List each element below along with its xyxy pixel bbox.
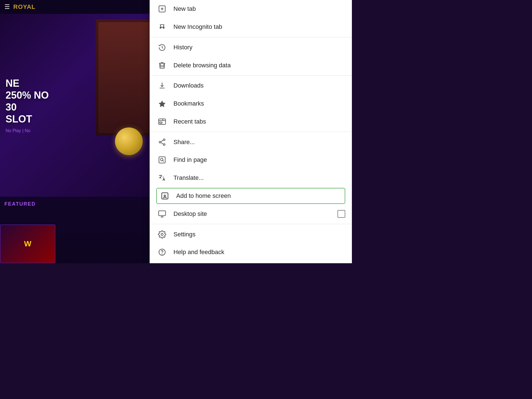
new-tab-icon <box>156 3 168 15</box>
bookmarks-label: Bookmarks <box>173 100 204 107</box>
menu-item-incognito[interactable]: New Incognito tab <box>150 18 352 36</box>
banner-title-4: SLOT <box>6 113 49 125</box>
svg-point-24 <box>160 158 163 161</box>
svg-point-3 <box>160 24 164 27</box>
recent-tabs-label: Recent tabs <box>173 118 206 125</box>
downloads-label: Downloads <box>173 82 204 89</box>
menu-item-history[interactable]: History <box>150 39 352 57</box>
svg-line-11 <box>164 64 164 68</box>
svg-point-20 <box>163 144 165 145</box>
help-label: Help and feedback <box>173 249 224 256</box>
website-background: ☰ ROYAL NE 250% NO 30 SLOT No Play | No … <box>0 0 151 263</box>
game-thumb-inner: W <box>1 225 55 263</box>
banner-text: NE 250% NO 30 SLOT No Play | No <box>0 72 54 139</box>
downloads-icon <box>156 80 168 91</box>
svg-line-22 <box>161 142 163 144</box>
history-label: History <box>173 44 192 51</box>
banner-title-3: 30 <box>6 101 49 113</box>
history-icon <box>156 42 168 53</box>
menu-item-help[interactable]: Help and feedback <box>150 243 352 261</box>
svg-line-9 <box>163 24 164 25</box>
svg-point-36 <box>162 254 162 254</box>
svg-rect-6 <box>160 27 161 28</box>
divider-2 <box>150 75 352 76</box>
divider-1 <box>150 37 352 37</box>
svg-line-8 <box>160 24 161 25</box>
gold-coin <box>115 127 143 155</box>
svg-point-34 <box>161 233 163 236</box>
banner-decoration <box>96 19 151 136</box>
website-logo: ROYAL <box>13 3 35 11</box>
menu-item-recent-tabs[interactable]: Recent tabs <box>150 113 352 131</box>
desktop-site-checkbox[interactable] <box>337 210 345 218</box>
menu-item-desktop-site[interactable]: Desktop site <box>150 205 352 223</box>
translate-icon: G <box>156 172 168 184</box>
delete-icon <box>156 60 168 71</box>
svg-rect-23 <box>159 157 165 163</box>
menu-item-delete[interactable]: Delete browsing data <box>150 56 352 74</box>
bottom-spacer <box>150 261 352 263</box>
website-banner: NE 250% NO 30 SLOT No Play | No <box>0 14 151 197</box>
settings-label: Settings <box>173 231 196 238</box>
incognito-icon <box>156 21 168 33</box>
svg-line-21 <box>161 140 163 142</box>
menu-item-new-tab[interactable]: New tab <box>150 0 352 18</box>
svg-rect-31 <box>159 211 166 216</box>
menu-item-downloads[interactable]: Downloads <box>150 77 352 95</box>
svg-marker-13 <box>159 101 166 107</box>
svg-point-18 <box>163 139 165 140</box>
svg-text:G: G <box>162 176 164 178</box>
banner-title-1: NE <box>6 77 49 89</box>
divider-3 <box>150 132 352 132</box>
find-icon <box>156 154 168 166</box>
recent-tabs-icon <box>156 116 168 127</box>
share-label: Share... <box>173 139 195 146</box>
translate-label: Translate... <box>173 174 204 181</box>
menu-item-translate[interactable]: G Translate... <box>150 169 352 187</box>
settings-icon <box>156 229 168 240</box>
incognito-label: New Incognito tab <box>173 23 222 30</box>
desktop-icon <box>156 208 168 220</box>
game-thumbnail: W <box>0 224 55 263</box>
svg-point-19 <box>159 141 161 143</box>
new-tab-label: New tab <box>173 5 196 12</box>
add-home-label: Add to home screen <box>176 192 231 200</box>
menu-item-settings[interactable]: Settings <box>150 225 352 243</box>
add-home-icon <box>159 190 171 202</box>
no-play-text: No Play | No <box>6 128 49 133</box>
share-icon <box>156 136 168 148</box>
svg-line-25 <box>163 160 164 162</box>
chrome-menu: New tab New Incognito tab <box>150 0 352 263</box>
menu-item-bookmarks[interactable]: Bookmarks <box>150 95 352 113</box>
delete-label: Delete browsing data <box>173 62 231 69</box>
svg-rect-7 <box>163 27 165 28</box>
divider-4 <box>150 224 352 224</box>
banner-title-2: 250% NO <box>6 89 49 101</box>
menu-item-add-home[interactable]: Add to home screen <box>150 187 352 205</box>
website-header: ☰ ROYAL <box>0 0 151 14</box>
featured-label: FEATURED <box>0 197 151 211</box>
desktop-site-label: Desktop site <box>173 210 207 218</box>
svg-rect-17 <box>160 122 162 123</box>
menu-item-share[interactable]: Share... <box>150 133 352 151</box>
menu-item-find[interactable]: Find in page <box>150 151 352 169</box>
hamburger-icon: ☰ <box>4 4 10 10</box>
svg-line-10 <box>160 64 160 68</box>
bookmarks-icon <box>156 98 168 109</box>
find-label: Find in page <box>173 156 207 163</box>
help-icon <box>156 246 168 258</box>
